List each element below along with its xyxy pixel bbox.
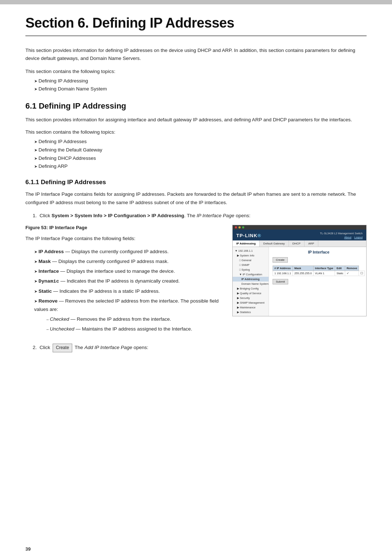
field-remove: Remove — Removes the selected IP address… (33, 297, 222, 333)
tp-table-header-row: # IP Address Mask Interface Type Edit Re… (273, 266, 365, 271)
step2-end: opens: (132, 345, 148, 350)
tp-logout-link[interactable]: Logout (354, 236, 363, 239)
field-ip-address-label: IP Address (38, 249, 64, 254)
tp-sidebar-ip-config[interactable]: ▼ IP Configuration (233, 272, 269, 277)
field-remove-text: — Removes the selected IP address from t… (34, 298, 219, 312)
intro-topic-1: Defining IP Addressing (33, 77, 367, 85)
section-title: Section 6. Defining IP Addresses (25, 15, 367, 36)
tp-sidebar-maintenance[interactable]: ▶ Maintenance (233, 305, 269, 310)
titlebar-dot-green (242, 226, 244, 228)
tp-interface: TP-LINK® TL-SL3428 L2 Management Switch … (232, 225, 367, 316)
tp-create-button[interactable]: Create (273, 257, 288, 263)
field-list: IP Address — Displays the currently conf… (25, 248, 222, 333)
field-static: Static — Indicates the IP address is a s… (33, 287, 222, 296)
section-61-topic-2: Defining the Default Gateway (33, 146, 367, 154)
tp-sidebar-qos[interactable]: ▶ Quality of Service (233, 291, 269, 296)
tp-cell-mask: 255.255.255.0 (293, 271, 313, 276)
step2-text-before: Click (40, 345, 52, 350)
step1-text-after: . The (184, 213, 197, 218)
step1-text-before: Click (40, 213, 52, 218)
section-61-topic-4: Defining ARP (33, 162, 367, 171)
tp-tab-arp[interactable]: ARP (305, 240, 318, 247)
tp-col-edit: Edit (335, 266, 345, 271)
tp-sidebar-snmp-mgmt[interactable]: ▶ SNMP Management (233, 300, 269, 305)
tp-col-mask: Mask (293, 266, 313, 271)
section-61-topics-label: This section contains the following topi… (25, 129, 367, 135)
remove-sublist: Checked — Removes the IP address from th… (34, 315, 222, 333)
tp-tab-ip-addressing[interactable]: IP Addressing (233, 240, 260, 247)
field-ip-address: IP Address — Displays the currently conf… (33, 248, 222, 256)
figure-left: Figure 53: IP Interface Page The IP Inte… (25, 225, 222, 337)
figure-right: TP-LINK® TL-SL3428 L2 Management Switch … (232, 225, 367, 316)
tp-links: About Logout (344, 236, 363, 239)
tp-tab-dhcp[interactable]: DHCP (289, 240, 305, 247)
field-remove-label: Remove (38, 298, 58, 304)
step1-italic: IP Interface Page (197, 213, 234, 218)
figure-caption: Figure 53: IP Interface Page (25, 225, 222, 230)
field-dynamic-label: Dynamic (38, 278, 59, 284)
tp-sidebar-snmp[interactable]: □ SNMP (233, 263, 269, 267)
step1-number: 1. (33, 213, 37, 218)
section-61-topics-list: Defining IP Addresses Defining the Defau… (25, 138, 367, 171)
remove-checked-label: Checked (50, 316, 69, 322)
intro-topics-list: Defining IP Addressing Defining Domain N… (25, 77, 367, 94)
field-static-text: — Indicates the IP address is a static I… (52, 288, 160, 294)
tp-cell-remove[interactable]: ☐ (359, 271, 365, 276)
field-static-label: Static (38, 288, 52, 294)
tp-cell-type: Static (335, 271, 345, 276)
step1-text-end: opens: (234, 213, 250, 218)
step2-number: 2. (33, 345, 37, 350)
tp-sidebar-syslog[interactable]: □ Syslog (233, 267, 269, 272)
section-611-intro: The IP Interface Page contains fields fo… (25, 190, 367, 207)
section-61-title: 6.1 Defining IP Addressing (25, 101, 367, 111)
tp-table: # IP Address Mask Interface Type Edit Re… (273, 266, 365, 276)
tp-sidebar-root[interactable]: ▼ 192.168.1.1 (233, 248, 269, 253)
intro-paragraph1: This section provides information for de… (25, 46, 367, 63)
field-interface-label: Interface (38, 268, 59, 274)
page: Section 6. Defining IP Addresses This se… (0, 0, 392, 559)
tp-about-link[interactable]: About (344, 236, 351, 239)
content: Section 6. Defining IP Addresses This se… (0, 4, 392, 379)
step2-text-after: The (75, 345, 85, 350)
field-mask: Mask — Displays the currently configured… (33, 258, 222, 266)
step2-italic: Add IP Interface Page (85, 345, 132, 350)
tp-nav-tabs: IP Addressing Default Gateway DHCP ARP (233, 240, 366, 247)
tp-sidebar-ip-addressing[interactable]: IP Addressing (233, 277, 269, 281)
remove-unchecked-label: Unchecked (50, 326, 74, 332)
tp-sidebar: ▼ 192.168.1.1 ▶ System Info □ General □ … (233, 247, 269, 316)
titlebar-dot-yellow (238, 226, 241, 228)
step1: 1. Click System > System Info > IP Confi… (25, 212, 367, 220)
field-interface-text: — Displays the interface used to manage … (59, 268, 175, 274)
tp-sidebar-statistics[interactable]: ▶ Statistics (233, 310, 269, 315)
tp-col-ip: # IP Address (273, 266, 293, 271)
field-interface: Interface — Displays the interface used … (33, 267, 222, 276)
tp-sidebar-security[interactable]: ▶ Security (233, 296, 269, 300)
tp-sidebar-dns[interactable]: Domain Name System (233, 281, 269, 286)
tp-main: IP Interface Create # IP Address Mask In… (269, 247, 368, 316)
tp-cell-ip: 1 192.168.1.1 (273, 271, 293, 276)
step2-create-button[interactable]: Create (53, 344, 72, 352)
titlebar-dot-red (235, 226, 237, 228)
tp-col-interface: Interface Type (313, 266, 335, 271)
tp-sidebar-general[interactable]: □ General (233, 258, 269, 263)
tp-sidebar-system-info[interactable]: ▶ System Info (233, 253, 269, 258)
tp-body: ▼ 192.168.1.1 ▶ System Info □ General □ … (233, 247, 366, 316)
tp-table-row: 1 192.168.1.1 255.255.255.0 VLAN 1 Stati… (273, 271, 365, 276)
step2: 2. Click Create The Add IP Interface Pag… (25, 344, 367, 352)
remove-unchecked: Unchecked — Maintains the IP address ass… (45, 325, 222, 333)
remove-checked-text: — Removes the IP address from the interf… (69, 316, 171, 322)
tp-model: TL-SL3428 L2 Management Switch (320, 232, 363, 235)
tp-cell-interface: VLAN 1 (313, 271, 335, 276)
tp-cell-edit[interactable]: ✓ (345, 271, 359, 276)
field-ip-address-text: — Displays the currently configured IP a… (64, 249, 169, 254)
step1-bold: System > System Info > IP Configuration … (52, 213, 184, 218)
field-mask-text: — Displays the currently configured IP a… (51, 259, 169, 264)
tp-titlebar (233, 225, 366, 230)
tp-submit-button[interactable]: Submit (273, 279, 288, 284)
remove-checked: Checked — Removes the IP address from th… (45, 315, 222, 324)
section-61-intro: This section provides information for as… (25, 116, 367, 124)
figure-section: Figure 53: IP Interface Page The IP Inte… (25, 225, 367, 337)
tp-sidebar-bridging[interactable]: ▶ Bridging Config (233, 286, 269, 291)
tp-tab-default-gateway[interactable]: Default Gateway (260, 240, 289, 247)
intro-topic-2: Defining Domain Name System (33, 85, 367, 93)
